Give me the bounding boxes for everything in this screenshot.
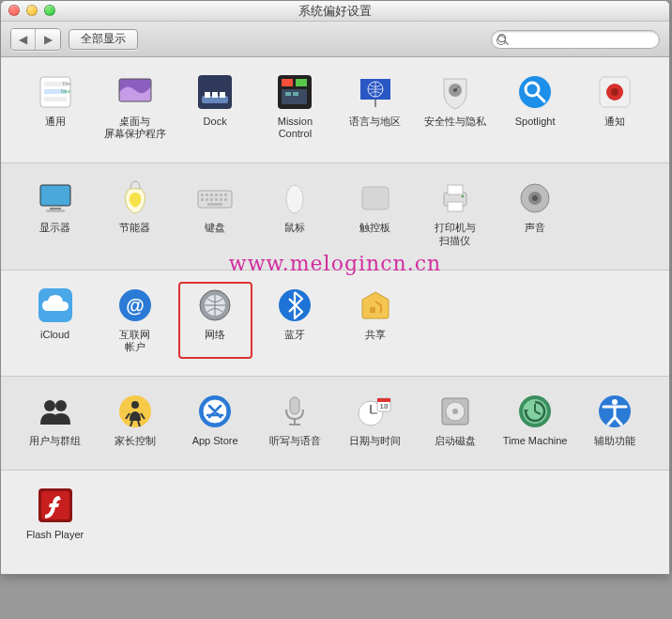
pref-security[interactable]: 安全性与隐私	[418, 69, 492, 146]
pref-network[interactable]: 网络	[178, 282, 252, 359]
pref-label: 鼠标	[284, 222, 305, 234]
pref-dock[interactable]: Dock	[178, 69, 252, 146]
pref-desktop[interactable]: 桌面与 屏幕保护程序	[98, 69, 172, 146]
pref-label: 互联网 帐户	[119, 329, 150, 353]
pref-parental[interactable]: 家长控制	[98, 388, 172, 453]
pref-startup-disk[interactable]: 启动磁盘	[418, 388, 492, 453]
pref-label: 桌面与 屏幕保护程序	[104, 116, 166, 140]
pref-label: Time Machine	[503, 435, 568, 447]
mouse-icon	[275, 178, 314, 218]
pref-notifications[interactable]: 通知	[578, 69, 652, 146]
svg-rect-18	[282, 89, 307, 104]
svg-rect-48	[224, 198, 227, 201]
pref-displays[interactable]: 显示器	[18, 175, 92, 252]
minimize-icon[interactable]	[26, 5, 38, 16]
svg-text:File: File	[63, 81, 70, 86]
svg-rect-37	[201, 193, 204, 196]
pref-label: Flash Player	[26, 529, 84, 541]
svg-rect-51	[362, 187, 389, 209]
pref-label: 用户与群组	[29, 435, 81, 447]
svg-point-31	[611, 88, 619, 96]
parental-icon	[115, 392, 155, 431]
svg-rect-42	[224, 193, 227, 196]
pref-trackpad[interactable]: 触控板	[338, 175, 412, 252]
pref-dictation[interactable]: 听写与语音	[258, 388, 332, 453]
pref-label: 显示器	[39, 222, 70, 234]
pref-label: 触控板	[359, 222, 390, 234]
pref-time-machine[interactable]: Time Machine	[498, 388, 573, 453]
svg-text:@: @	[126, 295, 145, 316]
close-icon[interactable]	[8, 5, 20, 16]
titlebar: 系统偏好设置	[1, 1, 669, 22]
pref-label: 通用	[45, 116, 66, 128]
pref-sharing[interactable]: 共享	[338, 282, 412, 359]
pref-label: 网络	[205, 329, 225, 341]
preferences-window: 系统偏好设置 ◀ ▶ 全部显示 FileNew 通用 桌面与 屏幕保护程序	[0, 0, 670, 575]
svg-rect-75	[290, 397, 299, 414]
pref-accessibility[interactable]: 辅助功能	[578, 388, 652, 453]
bluetooth-icon	[275, 286, 314, 325]
svg-rect-13	[212, 92, 218, 98]
users-icon	[36, 392, 75, 431]
accessibility-icon	[595, 392, 634, 431]
sharing-icon	[356, 286, 395, 325]
section-thirdparty: Flash Player	[1, 471, 669, 574]
svg-rect-53	[448, 185, 463, 194]
dictation-icon	[275, 392, 314, 431]
pref-datetime[interactable]: 18 日期与时间	[338, 388, 412, 453]
svg-rect-35	[46, 209, 65, 212]
svg-point-59	[532, 195, 538, 201]
pref-flash-player[interactable]: Flash Player	[18, 482, 92, 557]
forward-button[interactable]: ▶	[36, 29, 60, 50]
pref-label: 日期与时间	[349, 435, 401, 447]
pref-printers[interactable]: 打印机与 扫描仪	[418, 175, 492, 252]
pref-mission-control[interactable]: Mission Control	[258, 69, 332, 146]
appstore-icon	[195, 392, 235, 431]
svg-rect-19	[285, 92, 291, 96]
pref-label: Dock	[204, 116, 227, 128]
svg-rect-12	[205, 92, 210, 98]
pref-users-groups[interactable]: 用户与群组	[18, 388, 92, 453]
pref-icloud[interactable]: iCloud	[18, 282, 92, 359]
svg-rect-34	[50, 208, 61, 209]
toolbar: ◀ ▶ 全部显示	[1, 22, 669, 57]
energy-icon	[115, 178, 155, 218]
back-button[interactable]: ◀	[11, 29, 36, 50]
startup-disk-icon	[435, 392, 475, 431]
pref-label: 共享	[365, 329, 386, 341]
pref-internet-accounts[interactable]: @ 互联网 帐户	[98, 282, 172, 359]
svg-rect-45	[210, 198, 213, 201]
pref-language-region[interactable]: 语言与地区	[338, 69, 412, 146]
svg-point-86	[452, 409, 458, 414]
pref-general[interactable]: FileNew 通用	[18, 69, 92, 146]
pref-spotlight[interactable]: Spotlight	[498, 69, 573, 146]
pref-energy[interactable]: 节能器	[98, 175, 172, 252]
svg-rect-67	[370, 307, 375, 313]
pref-appstore[interactable]: App Store	[178, 388, 252, 453]
pref-label: 安全性与隐私	[424, 116, 486, 128]
pref-label: Spotlight	[515, 116, 556, 128]
security-icon	[435, 72, 475, 112]
svg-rect-39	[210, 193, 213, 196]
pref-label: 打印机与 扫描仪	[435, 222, 476, 246]
language-icon	[356, 72, 395, 112]
datetime-icon: 18	[356, 392, 395, 431]
pref-keyboard[interactable]: 键盘	[178, 175, 252, 252]
svg-rect-38	[206, 193, 208, 196]
zoom-icon[interactable]	[44, 5, 55, 16]
search-wrap	[491, 30, 660, 49]
internet-accounts-icon: @	[115, 286, 155, 325]
pref-label: 家长控制	[115, 435, 156, 447]
search-input[interactable]	[491, 30, 660, 49]
svg-rect-47	[220, 198, 222, 201]
svg-rect-23	[374, 100, 376, 107]
show-all-button[interactable]: 全部显示	[69, 29, 138, 50]
dock-icon	[195, 72, 235, 112]
section-hardware: 显示器 节能器 键盘 鼠标 触控板	[1, 163, 669, 270]
pref-mouse[interactable]: 鼠标	[258, 175, 332, 252]
time-machine-icon	[515, 392, 555, 431]
pref-bluetooth[interactable]: 蓝牙	[258, 282, 332, 359]
pref-sound[interactable]: 声音	[498, 175, 573, 252]
general-icon: FileNew	[36, 72, 75, 112]
pref-label: 启动磁盘	[435, 435, 476, 447]
